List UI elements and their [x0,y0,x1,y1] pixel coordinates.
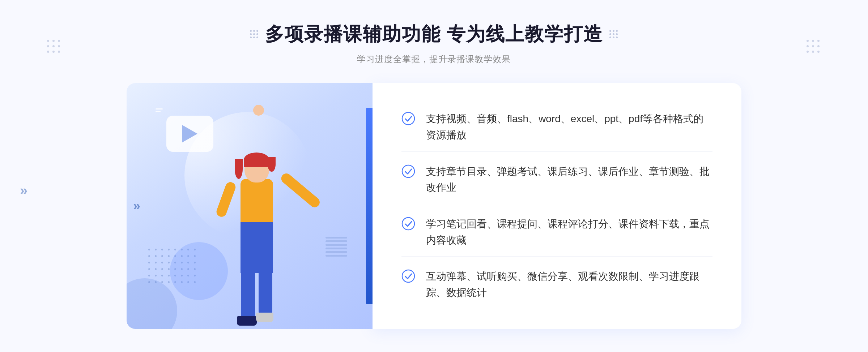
char-leg-right [259,262,272,314]
check-icon-2 [401,164,415,178]
char-shoe-right [256,313,273,322]
feature-item-1: 支持视频、音频、flash、word、excel、ppt、pdf等各种格式的资源… [401,103,712,152]
circle-decoration-1 [170,242,228,300]
char-arm-right [279,171,322,209]
char-hair [244,153,269,167]
check-icon-1 [401,112,415,125]
main-title: 多项录播课辅助功能 专为线上教学打造 [265,22,603,47]
page-wrapper: » 多项录播课辅助功能 专为线上教学打造 学习进度全掌握，提升录播课教学效果 [0,0,868,352]
character-body [221,155,293,329]
blue-bar [366,108,373,304]
svg-point-2 [402,218,414,230]
svg-point-0 [402,112,414,125]
feature-text-3: 学习笔记回看、课程提问、课程评论打分、课件资料下载，重点内容收藏 [426,216,712,249]
char-leg-left [241,262,255,320]
char-hand-right [253,105,264,116]
char-hair-side-right [268,157,276,172]
left-arrow-decoration: » [20,183,27,198]
feature-text-4: 互动弹幕、试听购买、微信分享、观看次数限制、学习进度跟踪、数据统计 [426,269,712,301]
feature-text-1: 支持视频、音频、flash、word、excel、ppt、pdf等各种格式的资源… [426,111,712,143]
char-hair-side [235,159,243,179]
content-area: » [127,83,741,329]
char-arm-left [215,181,237,218]
deco-dots-left [47,40,61,54]
title-row: 多项录播课辅助功能 专为线上教学打造 [250,22,618,47]
check-icon-4 [401,269,415,283]
header-section: 多项录播课辅助功能 专为线上教学打造 学习进度全掌握，提升录播课教学效果 [250,22,618,65]
title-decoration-left [250,30,259,39]
subtitle: 学习进度全掌握，提升录播课教学效果 [357,53,511,65]
play-bubble [166,116,213,152]
sparkle-decoration [156,108,163,112]
check-icon-3 [401,217,415,231]
character-illustration [221,155,293,329]
svg-point-1 [402,165,414,177]
feature-text-2: 支持章节目录、弹题考试、课后练习、课后作业、章节测验、批改作业 [426,164,712,196]
feature-item-2: 支持章节目录、弹题考试、课后练习、课后作业、章节测验、批改作业 [401,156,712,205]
circle-decoration-2 [127,278,177,329]
stripe-decoration [326,237,347,257]
svg-point-3 [402,270,414,282]
play-icon [182,125,197,142]
features-panel: 支持视频、音频、flash、word、excel、ppt、pdf等各种格式的资源… [373,83,741,329]
char-torso [241,179,273,226]
illustration-panel: » [127,83,373,329]
panel-left-arrow: » [133,198,140,214]
char-shoe-left [237,316,257,326]
title-decoration-right [609,30,618,39]
feature-item-3: 学习笔记回看、课程提问、课程评论打分、课件资料下载，重点内容收藏 [401,208,712,257]
feature-item-4: 互动弹幕、试听购买、微信分享、观看次数限制、学习进度跟踪、数据统计 [401,261,712,309]
deco-dots-right [807,40,821,54]
